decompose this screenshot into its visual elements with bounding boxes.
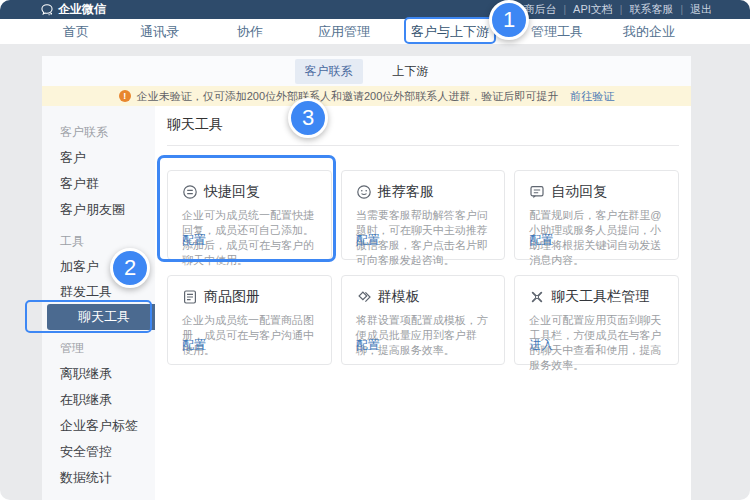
recommend-service-icon: [356, 184, 372, 200]
card-group-template[interactable]: 群模板 将群设置项配置成模板，方便成员批量应用到客户群聊，提高服务效率。 配置: [341, 275, 506, 365]
card-title: 群模板: [378, 288, 420, 306]
topbar-link-logout[interactable]: 退出: [690, 2, 712, 17]
card-quick-reply[interactable]: 快捷回复 企业可为成员统一配置快捷回复，成员还可自己添加。添加后，成员可在与客户…: [167, 170, 332, 260]
topbar-links: 服务商后台 | API文档 | 联系客服 | 退出: [501, 0, 712, 19]
nav-item-home[interactable]: 首页: [63, 19, 89, 44]
brand-name: 企业微信: [58, 1, 106, 18]
tab-customer-contact[interactable]: 客户联系: [295, 59, 363, 84]
verification-banner: ! 企业未验证，仅可添加200位外部联系人和邀请200位外部联系人进群，验证后即…: [42, 86, 691, 106]
card-product-catalog[interactable]: 商品图册 企业为成员统一配置商品图册，成员可在与客户沟通中使用。 配置: [167, 275, 332, 365]
wechat-work-logo-icon: [40, 3, 54, 17]
warning-icon: !: [119, 90, 131, 102]
banner-text: 企业未验证，仅可添加200位外部联系人和邀请200位外部联系人进群，验证后即可提…: [137, 89, 559, 104]
topbar-link-api-docs[interactable]: API文档: [573, 2, 613, 17]
secondary-tabs: 客户联系 上下游: [42, 56, 691, 86]
card-title: 推荐客服: [378, 183, 434, 201]
title-divider: [167, 145, 679, 146]
configure-link[interactable]: 配置: [529, 232, 553, 249]
quick-reply-icon: [182, 184, 198, 200]
nav-item-collaboration[interactable]: 协作: [237, 19, 263, 44]
card-chat-toolbar-management[interactable]: 聊天工具栏管理 企业可配置应用页面到聊天工具栏，方便成员在与客户的聊天中查看和使…: [514, 275, 679, 365]
annotation-badge-1: 1: [489, 0, 529, 40]
group-template-icon: [356, 289, 372, 305]
auto-reply-icon: [529, 184, 545, 200]
tab-updownstream[interactable]: 上下游: [383, 59, 439, 84]
primary-nav: 首页 通讯录 协作 应用管理 客户与上下游 管理工具 我的企业: [0, 19, 750, 44]
configure-link[interactable]: 配置: [182, 232, 206, 249]
sidebar-item-customers[interactable]: 客户: [60, 145, 155, 171]
topbar-link-contact-support[interactable]: 联系客服: [629, 2, 673, 17]
card-recommend-service[interactable]: 推荐客服 当需要客服帮助解答客户问题时，可在聊天中主动推荐微信客服，客户点击名片…: [341, 170, 506, 260]
sidebar-item-onjob-inheritance[interactable]: 在职继承: [60, 387, 155, 413]
topbar: 企业微信 服务商后台 | API文档 | 联系客服 | 退出: [0, 0, 750, 19]
annotation-badge-2: 2: [110, 248, 150, 288]
sidebar-item-statistics[interactable]: 数据统计: [60, 465, 155, 491]
nav-item-admin-tools[interactable]: 管理工具: [531, 19, 583, 44]
feature-cards: 快捷回复 企业可为成员统一配置快捷回复，成员还可自己添加。添加后，成员可在与客户…: [167, 170, 679, 365]
separator: |: [680, 4, 683, 15]
separator: |: [563, 4, 566, 15]
sidebar-item-chat-tools[interactable]: 聊天工具: [47, 304, 165, 330]
brand: 企业微信: [40, 0, 106, 19]
sidebar: 客户联系 客户 客户群 客户朋友圈 工具 加客户 群发工具 聊天工具 管理 离职…: [42, 106, 155, 500]
app-window: 企业微信 服务商后台 | API文档 | 联系客服 | 退出 首页 通讯录 协作…: [0, 0, 750, 500]
sidebar-item-customer-moments[interactable]: 客户朋友圈: [60, 197, 155, 223]
nav-item-app-management[interactable]: 应用管理: [318, 19, 370, 44]
card-auto-reply[interactable]: 自动回复 配置规则后，客户在群里@小助理或服务人员提问，小助理将根据关键词自动发…: [514, 170, 679, 260]
configure-link[interactable]: 配置: [356, 232, 380, 249]
enter-link[interactable]: 进入: [529, 337, 553, 354]
separator: |: [620, 4, 623, 15]
sidebar-item-customer-tags[interactable]: 企业客户标签: [60, 413, 155, 439]
card-title: 快捷回复: [204, 183, 260, 201]
configure-link[interactable]: 配置: [182, 337, 206, 354]
nav-item-contacts[interactable]: 通讯录: [140, 19, 179, 44]
nav-item-my-company[interactable]: 我的企业: [623, 19, 675, 44]
page-title: 聊天工具: [167, 114, 679, 134]
sidebar-item-security-control[interactable]: 安全管控: [60, 439, 155, 465]
sidebar-item-resigned-inheritance[interactable]: 离职继承: [60, 361, 155, 387]
sidebar-header-management: 管理: [60, 335, 155, 361]
card-title: 商品图册: [204, 288, 260, 306]
sidebar-item-customer-groups[interactable]: 客户群: [60, 171, 155, 197]
nav-item-customers-updownstream[interactable]: 客户与上下游: [411, 19, 489, 44]
sidebar-header-customer-contact: 客户联系: [60, 119, 155, 145]
toolbar-manage-icon: [529, 289, 545, 305]
product-catalog-icon: [182, 289, 198, 305]
card-title: 聊天工具栏管理: [551, 288, 649, 306]
go-verify-link[interactable]: 前往验证: [570, 89, 614, 104]
card-title: 自动回复: [551, 183, 607, 201]
sidebar-header-tools: 工具: [60, 228, 155, 254]
annotation-badge-3: 3: [288, 98, 328, 138]
configure-link[interactable]: 配置: [356, 337, 380, 354]
main-panel: 聊天工具 快捷回复 企业可为成员统一配置快捷回复，成员还可自己添加。添加后，成员…: [155, 106, 691, 500]
